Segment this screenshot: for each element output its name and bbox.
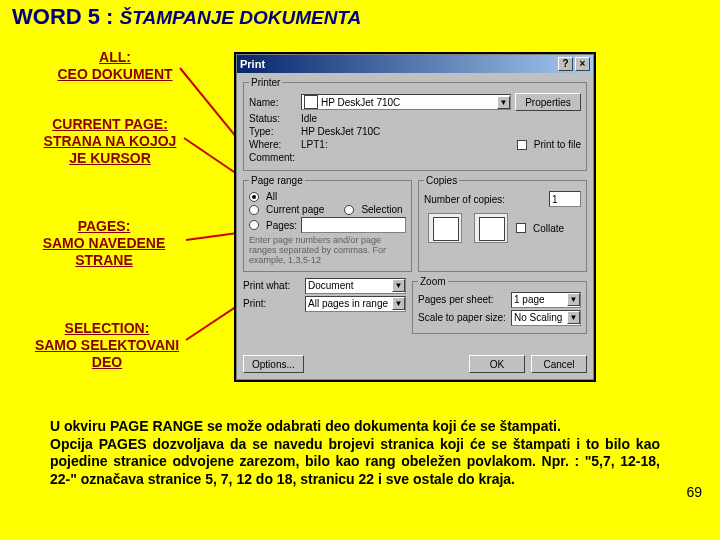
- printer-group: Printer Name: HP DeskJet 710C ▼ Properti…: [243, 77, 587, 171]
- callout-line: SAMO SELEKTOVANI: [22, 337, 192, 354]
- title-sub: ŠTAMPANJE DOKUMENTA: [120, 7, 362, 28]
- printer-icon: [304, 95, 318, 109]
- pages-hint: Enter page numbers and/or page ranges se…: [249, 236, 406, 266]
- printer-legend: Printer: [249, 77, 282, 88]
- all-label: All: [266, 191, 277, 202]
- callout-line: STRANA NA KOJOJ: [30, 133, 190, 150]
- scale-label: Scale to paper size:: [418, 312, 507, 323]
- zoom-group: Zoom Pages per sheet: 1 page ▼ Scale to …: [412, 276, 587, 334]
- print-what-value: Document: [308, 280, 354, 291]
- zoom-legend: Zoom: [418, 276, 448, 287]
- printer-name-combo[interactable]: HP DeskJet 710C ▼: [301, 94, 511, 110]
- callout-pages: PAGES: SAMO NAVEDENE STRANE: [14, 218, 194, 268]
- chevron-down-icon[interactable]: ▼: [392, 297, 405, 310]
- status-value: Idle: [301, 113, 317, 124]
- callout-line: DEO: [22, 354, 192, 371]
- comment-label: Comment:: [249, 152, 297, 163]
- collate-preview-icon: [474, 213, 508, 243]
- pages-label: Pages:: [266, 220, 297, 231]
- radio-pages[interactable]: [249, 220, 259, 230]
- cancel-button[interactable]: Cancel: [531, 355, 587, 373]
- type-label: Type:: [249, 126, 297, 137]
- type-value: HP DeskJet 710C: [301, 126, 380, 137]
- callout-line: CEO DOKUMENT: [40, 66, 190, 83]
- page-number: 69: [686, 484, 702, 500]
- status-label: Status:: [249, 113, 297, 124]
- print-what-combo[interactable]: Document ▼: [305, 278, 406, 294]
- print-what-label: Print what:: [243, 280, 301, 291]
- page-range-group: Page range All Current page Selection Pa…: [243, 175, 412, 272]
- properties-button[interactable]: Properties: [515, 93, 581, 111]
- close-button[interactable]: ×: [575, 57, 590, 71]
- copies-group: Copies Number of copies: 1 Collate: [418, 175, 587, 272]
- callout-line: JE KURSOR: [30, 150, 190, 167]
- print-to-file-checkbox[interactable]: [517, 140, 527, 150]
- print-dialog: Print ? × Printer Name: HP DeskJet 710C …: [234, 52, 596, 382]
- callout-line: CURRENT PAGE:: [30, 116, 190, 133]
- print-to-file-label: Print to file: [534, 139, 581, 150]
- radio-selection[interactable]: [344, 205, 354, 215]
- pages-input[interactable]: [301, 217, 406, 233]
- dialog-title: Print: [240, 58, 265, 70]
- radio-current[interactable]: [249, 205, 259, 215]
- current-label: Current page: [266, 204, 324, 215]
- copies-input[interactable]: 1: [549, 191, 581, 207]
- copies-legend: Copies: [424, 175, 459, 186]
- print-range-label: Print:: [243, 298, 301, 309]
- pps-combo[interactable]: 1 page ▼: [511, 292, 581, 308]
- callout-selection: SELECTION: SAMO SELEKTOVANI DEO: [22, 320, 192, 370]
- options-button[interactable]: Options...: [243, 355, 304, 373]
- copies-label: Number of copies:: [424, 194, 505, 205]
- where-value: LPT1:: [301, 139, 328, 150]
- dialog-titlebar[interactable]: Print ? ×: [237, 55, 593, 73]
- range-legend: Page range: [249, 175, 305, 186]
- paragraph: Opcija PAGES dozvoljava da se navedu bro…: [50, 436, 660, 489]
- name-label: Name:: [249, 97, 297, 108]
- paragraph: U okviru PAGE RANGE se može odabrati deo…: [50, 418, 660, 436]
- callout-line: ALL:: [40, 49, 190, 66]
- selection-label: Selection: [361, 204, 402, 215]
- chevron-down-icon[interactable]: ▼: [567, 311, 580, 324]
- callout-current-page: CURRENT PAGE: STRANA NA KOJOJ JE KURSOR: [30, 116, 190, 166]
- chevron-down-icon[interactable]: ▼: [497, 96, 510, 109]
- ok-button[interactable]: OK: [469, 355, 525, 373]
- callout-line: SELECTION:: [22, 320, 192, 337]
- help-button[interactable]: ?: [558, 57, 573, 71]
- pps-label: Pages per sheet:: [418, 294, 507, 305]
- callout-line: STRANE: [14, 252, 194, 269]
- pps-value: 1 page: [514, 294, 545, 305]
- print-range-combo[interactable]: All pages in range ▼: [305, 296, 406, 312]
- where-label: Where:: [249, 139, 297, 150]
- chevron-down-icon[interactable]: ▼: [392, 279, 405, 292]
- collate-checkbox[interactable]: [516, 223, 526, 233]
- title-prefix: WORD 5 :: [12, 4, 120, 29]
- chevron-down-icon[interactable]: ▼: [567, 293, 580, 306]
- scale-combo[interactable]: No Scaling ▼: [511, 310, 581, 326]
- scale-value: No Scaling: [514, 312, 562, 323]
- callout-line: PAGES:: [14, 218, 194, 235]
- collate-preview-icon: [428, 213, 462, 243]
- callout-all: ALL: CEO DOKUMENT: [40, 49, 190, 83]
- collate-label: Collate: [533, 223, 564, 234]
- radio-all[interactable]: [249, 192, 259, 202]
- printer-name-value: HP DeskJet 710C: [321, 97, 495, 108]
- body-text: U okviru PAGE RANGE se može odabrati deo…: [50, 418, 660, 488]
- dialog-frame: Print ? × Printer Name: HP DeskJet 710C …: [236, 54, 594, 380]
- slide-title: WORD 5 : ŠTAMPANJE DOKUMENTA: [12, 4, 361, 30]
- callout-line: SAMO NAVEDENE: [14, 235, 194, 252]
- print-range-value: All pages in range: [308, 298, 388, 309]
